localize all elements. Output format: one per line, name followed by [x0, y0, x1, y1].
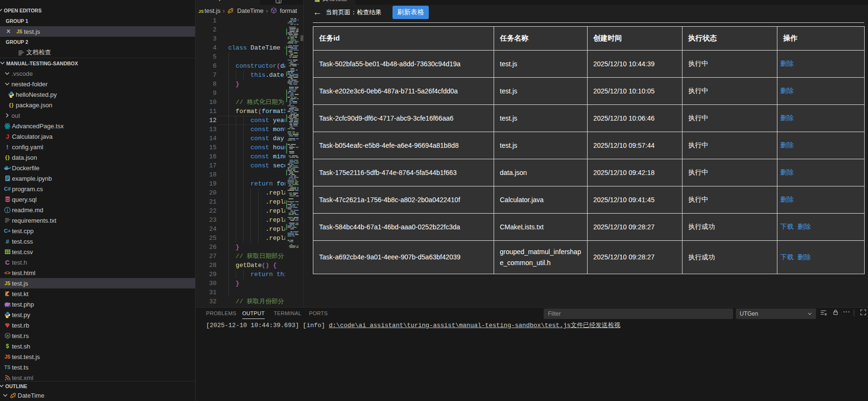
svg-text:R: R — [6, 334, 9, 338]
